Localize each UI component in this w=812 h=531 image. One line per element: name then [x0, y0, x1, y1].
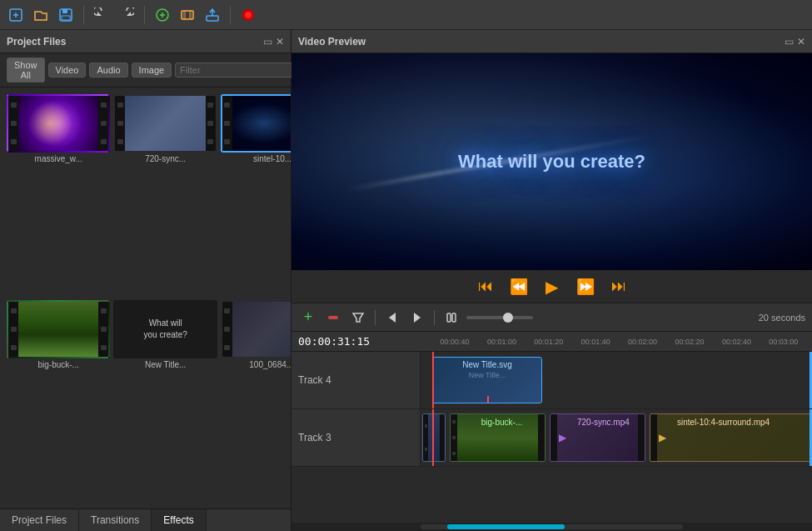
timeline-remove-button[interactable]	[323, 308, 343, 328]
thumbnail-label-5: New Title...	[113, 360, 217, 369]
add-clip-button[interactable]	[152, 4, 173, 26]
clip-720sync-arrow: ▶	[559, 432, 566, 443]
playback-play-button[interactable]: ▶	[540, 274, 565, 299]
new-button[interactable]	[5, 4, 27, 26]
h-scroll-thumb[interactable]	[447, 524, 565, 529]
track-3-label: Track 3	[291, 409, 421, 466]
tab-project-files[interactable]: Project Files	[0, 509, 79, 531]
clip-bigbuck-label: big-buck-...	[481, 418, 522, 427]
ruler-mark-8: 00:03:00	[769, 338, 798, 346]
save-button[interactable]	[55, 4, 77, 26]
filter-all-button[interactable]: Show All	[7, 58, 45, 83]
preview-minimize-button[interactable]: ▭	[785, 36, 794, 48]
clip-720sync[interactable]: ▶ 720-sync.mp4	[550, 413, 645, 462]
preview-text: What will you create?	[458, 151, 645, 173]
undo-button[interactable]	[91, 4, 112, 26]
clip-m[interactable]	[422, 413, 446, 462]
track-4-label: Track 4	[291, 352, 421, 408]
filter-video-button[interactable]: Video	[48, 63, 87, 78]
preview-close-button[interactable]: ✕	[797, 36, 805, 48]
thumbnail-item-2[interactable]: 720-sync...	[113, 94, 217, 297]
filter-input[interactable]	[175, 63, 300, 78]
clip-newtitle-label: New Title.svg	[462, 360, 511, 369]
track-row-3: Track 3	[291, 409, 812, 467]
pf-header-controls: ▭ ✕	[263, 36, 284, 48]
tracks-container: Track 4 New Title.svg New Title...	[291, 352, 812, 523]
track-3-name: Track 3	[298, 432, 331, 443]
tl-sep-2	[434, 310, 435, 325]
project-files-header: Project Files ▭ ✕	[0, 30, 291, 53]
clip-newtitle-sublabel: New Title...	[469, 371, 506, 379]
zoom-thumb[interactable]	[503, 313, 513, 323]
ruler-mark-1: 00:00:40	[441, 338, 470, 346]
playback-goto-end-button[interactable]: ⏭	[606, 274, 631, 299]
svg-rect-9	[189, 11, 192, 19]
pf-minimize-button[interactable]: ▭	[263, 36, 272, 48]
clip-bigbuck[interactable]: big-buck-...	[450, 413, 545, 462]
filter-bar: Show All Video Audio Image	[0, 53, 291, 88]
playback-fast-forward-button[interactable]: ⏩	[573, 274, 598, 299]
export-button[interactable]	[202, 4, 223, 26]
toolbar	[0, 0, 812, 30]
left-tabs: Project Files Transitions Effects	[0, 508, 291, 531]
track-4-name: Track 4	[298, 374, 331, 386]
clip-sintel-arrow: ▶	[659, 432, 666, 443]
playhead-track4	[432, 352, 434, 408]
playhead-track3	[432, 409, 434, 466]
track-4-content[interactable]: New Title.svg New Title...	[421, 352, 812, 408]
playback-controls: ⏮ ⏪ ▶ ⏩ ⏭	[291, 270, 812, 303]
timeline-area: +	[291, 303, 812, 531]
open-button[interactable]	[30, 4, 52, 26]
h-scrollbar	[291, 523, 812, 531]
ruler-mark-6: 00:02:20	[675, 338, 705, 346]
svg-rect-2	[62, 9, 67, 13]
ruler-mark-3: 00:01:20	[534, 338, 563, 346]
ruler-marks: 00:00:40 00:01:00 00:01:20 00:01:40 00:0…	[421, 332, 812, 351]
track-3-content[interactable]: big-buck-... ▶ 720-sync.mp4	[421, 409, 812, 466]
thumbnail-item-4[interactable]: big-buck-...	[7, 300, 110, 503]
filter-image-button[interactable]: Image	[132, 63, 172, 78]
clip-720sync-label: 720-sync.mp4	[577, 418, 630, 427]
svg-marker-5	[127, 12, 131, 16]
clip-insert-button[interactable]	[177, 4, 198, 26]
clip-newtitle[interactable]: New Title.svg New Title...	[432, 357, 542, 403]
timeline-toolbar: +	[291, 303, 812, 332]
thumbnail-item-5[interactable]: What willyou create? New Title...	[113, 300, 217, 503]
timeline-snap-button[interactable]	[441, 308, 461, 328]
zoom-slider[interactable]	[466, 316, 533, 319]
svg-marker-14	[353, 313, 363, 322]
tab-effects[interactable]: Effects	[152, 509, 206, 531]
thumbnail-item-1[interactable]: massive_w...	[7, 94, 110, 297]
thumbnail-item-6[interactable]: 100_0684....	[221, 300, 291, 503]
record-button[interactable]	[237, 4, 259, 26]
timeline-filter-button[interactable]	[348, 308, 368, 328]
tab-transitions[interactable]: Transitions	[79, 509, 152, 531]
timeline-add-button[interactable]: +	[298, 308, 318, 328]
timeline-prev-button[interactable]	[382, 308, 402, 328]
playback-goto-start-button[interactable]: ⏮	[473, 274, 498, 299]
timeline-next-button[interactable]	[407, 308, 427, 328]
thumbnail-item-3[interactable]: sintel-10...	[221, 94, 291, 297]
preview-header: Video Preview ▭ ✕	[291, 30, 812, 53]
svg-rect-13	[328, 316, 338, 319]
right-panel: Video Preview ▭ ✕ What will you create? …	[291, 30, 812, 531]
svg-rect-10	[207, 16, 218, 21]
ruler-mark-4: 00:01:40	[581, 338, 610, 346]
playback-rewind-button[interactable]: ⏪	[506, 274, 531, 299]
svg-point-12	[245, 12, 252, 18]
redo-button[interactable]	[116, 4, 137, 26]
svg-rect-17	[447, 313, 451, 322]
thumbnails-grid: massive_w... 720-sync...	[0, 88, 291, 508]
svg-marker-15	[389, 313, 396, 323]
preview-video: What will you create?	[291, 53, 812, 270]
thumbnail-label-4: big-buck-...	[7, 360, 110, 369]
svg-rect-3	[62, 16, 70, 20]
ruler-mark-5: 00:02:00	[628, 338, 657, 346]
thumbnail-label-6: 100_0684....	[221, 360, 291, 369]
preview-area: What will you create?	[291, 53, 812, 270]
filter-audio-button[interactable]: Audio	[89, 63, 127, 78]
h-scroll-track[interactable]	[421, 524, 683, 529]
svg-marker-4	[97, 12, 102, 16]
pf-close-button[interactable]: ✕	[276, 36, 284, 48]
clip-sintel[interactable]: ▶ sintel-10:4-surround.mp4	[650, 413, 812, 462]
